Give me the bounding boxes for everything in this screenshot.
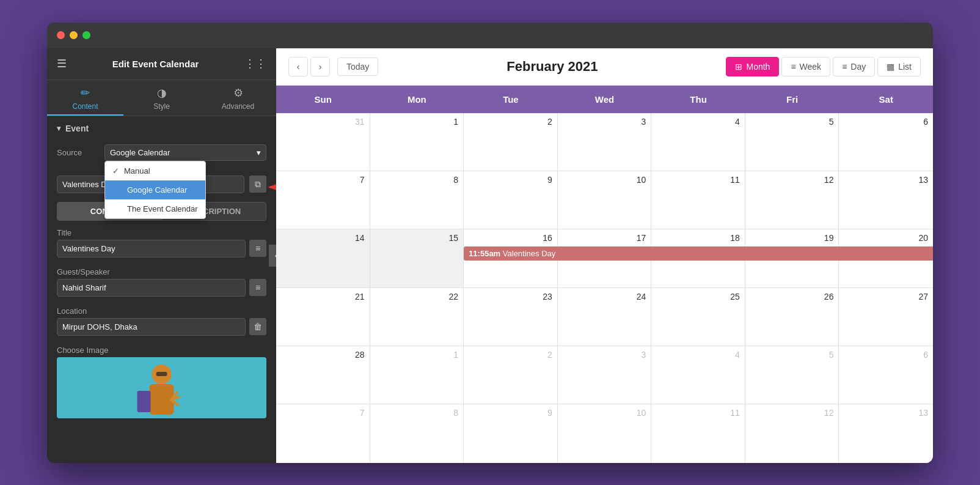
tab-content[interactable]: ✏ Content <box>47 80 123 116</box>
day-11[interactable]: 11 <box>651 171 745 229</box>
day-3[interactable]: 3 <box>558 113 652 171</box>
day-next-1[interactable]: 1 <box>370 346 464 404</box>
guest-input[interactable] <box>57 279 246 297</box>
day-10[interactable]: 10 <box>558 171 652 229</box>
copy-icon-btn[interactable]: ⧉ <box>249 176 266 193</box>
calendar-grid: Sun Mon Tue Wed Thu Fri Sat 31 1 2 3 <box>276 86 933 463</box>
day-23[interactable]: 23 <box>464 288 558 346</box>
day-16[interactable]: 16 11:55am Valentines Day <box>464 229 558 287</box>
grid-icon[interactable]: ⋮⋮ <box>244 57 266 70</box>
day-6[interactable]: 6 <box>839 113 933 171</box>
day-next-7[interactable]: 7 <box>276 404 370 462</box>
week-row-3: 14 15 16 11:55am Valentines Day 17 18 <box>276 229 933 287</box>
location-list-btn[interactable]: 🗑 <box>249 318 266 335</box>
half-circle-icon: ◑ <box>157 86 167 100</box>
guest-label: Guest/Speaker <box>57 267 266 276</box>
dropdown-item-event-calendar[interactable]: The Event Calendar <box>105 199 205 218</box>
day-14[interactable]: 14 <box>276 229 370 287</box>
day-header-tue: Tue <box>464 86 558 113</box>
today-btn[interactable]: Today <box>337 57 378 76</box>
day-next-5[interactable]: 5 <box>745 346 839 404</box>
event-cal-label: The Event Calendar <box>127 204 198 213</box>
guest-list-btn[interactable]: ≡ <box>249 279 266 296</box>
dropdown-item-google[interactable]: Google Calendar <box>105 180 205 199</box>
tab-style[interactable]: ◑ Style <box>123 80 200 116</box>
view-month-btn[interactable]: ⊞ Month <box>726 57 779 76</box>
day-next-4[interactable]: 4 <box>651 346 745 404</box>
month-label: Month <box>746 62 770 72</box>
event-time: 11:55am <box>469 249 500 258</box>
app-window: ☰ Edit Event Calendar ⋮⋮ ✏ Content ◑ Sty… <box>47 23 933 463</box>
day-13[interactable]: 13 <box>839 171 933 229</box>
calendar-header: ‹ › Today February 2021 ⊞ Month ≡ Week <box>276 48 933 86</box>
week-row-1: 31 1 2 3 4 5 6 <box>276 113 933 171</box>
view-list-btn[interactable]: ▦ List <box>877 57 921 76</box>
day-25[interactable]: 25 <box>651 288 745 346</box>
day-27[interactable]: 27 <box>839 288 933 346</box>
day-1[interactable]: 1 <box>370 113 464 171</box>
day-header-sat: Sat <box>839 86 933 113</box>
week-row-6: 7 8 9 10 11 12 13 <box>276 404 933 462</box>
day-next-9[interactable]: 9 <box>464 404 558 462</box>
day-next-13[interactable]: 13 <box>839 404 933 462</box>
day-22[interactable]: 22 <box>370 288 464 346</box>
location-input[interactable] <box>57 318 246 336</box>
day-next-10[interactable]: 10 <box>558 404 652 462</box>
day-next-12[interactable]: 12 <box>745 404 839 462</box>
dropdown-item-manual[interactable]: ✓ Manual <box>105 161 205 180</box>
day-15[interactable]: 15 <box>370 229 464 287</box>
event-bar-valentines[interactable]: 11:55am Valentines Day <box>464 246 933 261</box>
svg-rect-5 <box>156 372 167 376</box>
gear-icon: ⚙ <box>233 86 243 100</box>
maximize-button[interactable] <box>82 31 90 39</box>
collapse-sidebar-btn[interactable]: ‹ <box>269 245 276 267</box>
event-title: Valentines Day <box>503 249 555 258</box>
calendar-weeks: 31 1 2 3 4 5 6 7 8 9 10 11 <box>276 113 933 463</box>
image-thumbnail[interactable] <box>57 357 266 418</box>
next-btn[interactable]: › <box>310 57 330 76</box>
source-row: Source Google Calendar ▾ ✓ Manual <box>47 141 276 165</box>
google-label: Google Calendar <box>127 185 187 194</box>
prev-btn[interactable]: ‹ <box>288 57 308 76</box>
view-day-btn[interactable]: ≡ Day <box>833 57 875 76</box>
day-next-8[interactable]: 8 <box>370 404 464 462</box>
day-12[interactable]: 12 <box>745 171 839 229</box>
day-next-3[interactable]: 3 <box>558 346 652 404</box>
tab-advanced[interactable]: ⚙ Advanced <box>200 80 276 116</box>
title-input[interactable] <box>57 240 246 257</box>
day-next-2[interactable]: 2 <box>464 346 558 404</box>
guest-input-row: ≡ <box>57 279 266 297</box>
choose-image-label: Choose Image <box>47 343 276 357</box>
day-header-mon: Mon <box>370 86 464 113</box>
day-header-wed: Wed <box>558 86 652 113</box>
titlebar <box>47 23 933 48</box>
main-calendar-area: ‹ › Today February 2021 ⊞ Month ≡ Week <box>276 48 933 463</box>
day-label: Day <box>850 62 866 72</box>
sidebar-tabs: ✏ Content ◑ Style ⚙ Advanced <box>47 80 276 116</box>
day-26[interactable]: 26 <box>745 288 839 346</box>
source-select[interactable]: Google Calendar ▾ <box>104 144 266 161</box>
hamburger-icon[interactable]: ☰ <box>57 57 67 70</box>
tab-style-label: Style <box>153 102 170 111</box>
day-next-6[interactable]: 6 <box>839 346 933 404</box>
day-21[interactable]: 21 <box>276 288 370 346</box>
sidebar: ☰ Edit Event Calendar ⋮⋮ ✏ Content ◑ Sty… <box>47 48 276 463</box>
day-28[interactable]: 28 <box>276 346 370 404</box>
minimize-button[interactable] <box>70 31 78 39</box>
day-2[interactable]: 2 <box>464 113 558 171</box>
day-4[interactable]: 4 <box>651 113 745 171</box>
day-5[interactable]: 5 <box>745 113 839 171</box>
location-label: Location <box>57 306 266 316</box>
day-next-11[interactable]: 11 <box>651 404 745 462</box>
title-list-btn[interactable]: ≡ <box>249 240 266 257</box>
day-7[interactable]: 7 <box>276 171 370 229</box>
week-icon: ≡ <box>791 62 795 72</box>
day-31[interactable]: 31 <box>276 113 370 171</box>
day-8[interactable]: 8 <box>370 171 464 229</box>
day-9[interactable]: 9 <box>464 171 558 229</box>
source-label: Source <box>57 148 100 157</box>
close-button[interactable] <box>57 31 65 39</box>
pencil-icon: ✏ <box>81 86 90 100</box>
view-week-btn[interactable]: ≡ Week <box>781 57 830 76</box>
day-24[interactable]: 24 <box>558 288 652 346</box>
